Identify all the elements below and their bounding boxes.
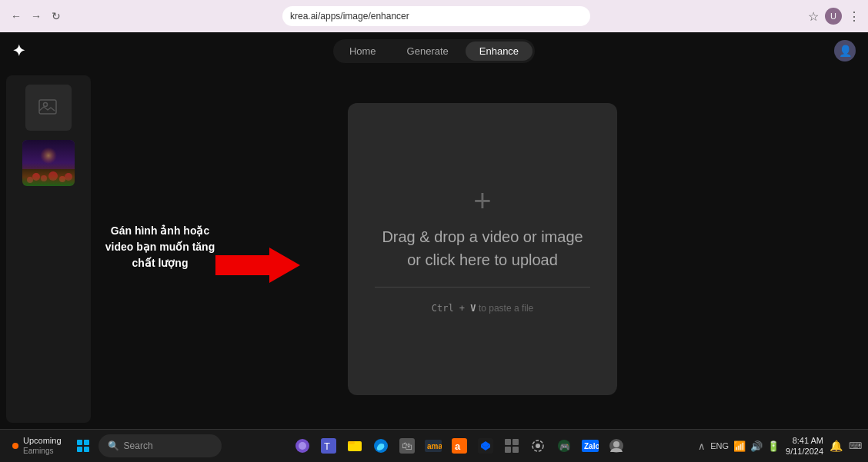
- settings-icon[interactable]: [526, 434, 549, 457]
- store-icon[interactable]: 🛍: [396, 434, 419, 457]
- svg-point-5: [27, 177, 33, 183]
- tab-generate[interactable]: Generate: [393, 42, 462, 61]
- svg-text:Zalo: Zalo: [584, 442, 599, 450]
- svg-marker-11: [215, 248, 300, 283]
- sidebar-placeholder: [25, 85, 72, 131]
- upload-text: Drag & drop a video or image or click he…: [382, 225, 583, 271]
- edge-icon[interactable]: [369, 434, 392, 457]
- browser-actions: ☆ U ⋮: [808, 8, 860, 25]
- svg-point-9: [59, 176, 65, 182]
- user3-icon[interactable]: [605, 434, 628, 457]
- browser-nav: ← → ↻: [8, 8, 65, 25]
- menu-icon[interactable]: ⋮: [848, 9, 860, 24]
- svg-rect-32: [512, 447, 519, 453]
- annotation-text: Gán hình ảnh hoặc video bạn muốn tăng ch…: [98, 223, 222, 271]
- grid-icon[interactable]: [500, 434, 523, 457]
- sidebar-image-content: [22, 140, 75, 186]
- search-text: Search: [124, 440, 153, 451]
- upload-divider: [375, 287, 590, 288]
- upload-area[interactable]: + Drag & drop a video or image or click …: [348, 103, 617, 395]
- tab-home[interactable]: Home: [336, 42, 390, 61]
- svg-text:🛍: 🛍: [402, 440, 412, 452]
- cortana-icon[interactable]: [291, 434, 314, 457]
- status-icons: ∧ ENG 📶 🔊 🔋: [698, 440, 780, 452]
- sidebar: [6, 75, 91, 423]
- windows-icon: [77, 440, 89, 452]
- svg-point-6: [32, 173, 40, 181]
- logo[interactable]: ✦: [12, 42, 25, 60]
- sidebar-image[interactable]: [22, 140, 75, 186]
- svg-text:T: T: [324, 440, 330, 452]
- explorer-icon[interactable]: [343, 434, 366, 457]
- paste-hint: Ctrl + V to paste a file: [432, 303, 534, 314]
- arrow-container: [215, 246, 300, 288]
- user-icon-top[interactable]: 👤: [834, 40, 856, 61]
- top-nav: ✦ Home Generate Enhance 👤: [0, 32, 868, 69]
- svg-point-8: [48, 171, 58, 181]
- app-container: ✦ Home Generate Enhance 👤: [0, 32, 868, 429]
- main-content: Gán hình ảnh hoặc video bạn muốn tăng ch…: [0, 69, 868, 429]
- teams-icon[interactable]: T: [317, 434, 340, 457]
- lang-label: ENG: [710, 441, 729, 450]
- battery-icon: 🔋: [767, 440, 780, 452]
- clock: 8:41 AM 9/11/2024: [786, 435, 823, 457]
- svg-point-13: [299, 442, 306, 450]
- wifi-icon: 📶: [733, 440, 746, 452]
- forward-button[interactable]: →: [28, 8, 45, 25]
- svg-rect-29: [505, 439, 511, 445]
- upcoming-item[interactable]: Upcoming Earnings: [6, 434, 68, 457]
- refresh-button[interactable]: ↻: [48, 8, 65, 25]
- svg-rect-31: [505, 447, 511, 453]
- amazon-icon[interactable]: amazon: [422, 434, 445, 457]
- upcoming-dot: [12, 443, 18, 449]
- svg-rect-30: [512, 439, 519, 445]
- svg-point-3: [35, 145, 62, 172]
- keyboard-icon[interactable]: ⌨: [849, 440, 862, 451]
- user-avatar[interactable]: U: [825, 8, 842, 25]
- taskbar-right: ∧ ENG 📶 🔊 🔋 8:41 AM 9/11/2024 🔔 ⌨: [698, 435, 862, 457]
- url-text: krea.ai/apps/image/enhancer: [290, 11, 409, 22]
- game-icon[interactable]: 🎮: [553, 434, 576, 457]
- star-icon[interactable]: ☆: [808, 9, 819, 24]
- nav-tabs: Home Generate Enhance: [333, 39, 535, 63]
- svg-text:a: a: [455, 440, 461, 452]
- tab-enhance[interactable]: Enhance: [466, 42, 532, 61]
- svg-text:amazon: amazon: [427, 442, 442, 450]
- upload-plus-icon: +: [473, 185, 491, 216]
- svg-point-33: [536, 444, 540, 448]
- svg-point-1: [44, 103, 48, 107]
- taskbar-search[interactable]: 🔍 Search: [98, 434, 222, 457]
- browser-chrome: ← → ↻ krea.ai/apps/image/enhancer ☆ U ⋮: [0, 0, 868, 32]
- svg-rect-0: [39, 100, 56, 114]
- chevron-up-icon[interactable]: ∧: [698, 440, 706, 452]
- taskbar: Upcoming Earnings 🔍 Search T 🛍: [0, 429, 868, 462]
- start-button[interactable]: [71, 437, 95, 455]
- zalo-icon[interactable]: Zalo: [579, 434, 602, 457]
- svg-rect-4: [22, 169, 75, 186]
- svg-point-40: [613, 441, 619, 447]
- svg-text:🎮: 🎮: [559, 441, 570, 452]
- svg-rect-17: [348, 441, 355, 444]
- address-bar[interactable]: krea.ai/apps/image/enhancer: [282, 6, 590, 26]
- volume-icon[interactable]: 🔊: [750, 440, 763, 452]
- notification-icon[interactable]: 🔔: [830, 440, 843, 452]
- dropbox-icon[interactable]: [474, 434, 497, 457]
- taskbar-icons: T 🛍 amazon a 🎮 Zalo: [225, 434, 696, 457]
- upcoming-text: Upcoming Earnings: [23, 436, 62, 455]
- search-icon: 🔍: [108, 440, 119, 451]
- svg-point-10: [65, 173, 72, 181]
- amazon2-icon[interactable]: a: [448, 434, 471, 457]
- back-button[interactable]: ←: [8, 8, 25, 25]
- svg-point-7: [41, 175, 47, 181]
